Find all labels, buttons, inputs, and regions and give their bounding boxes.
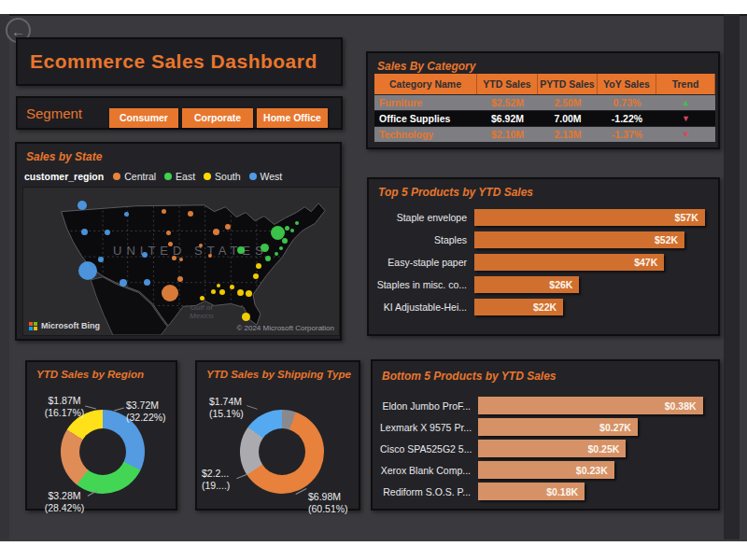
shipping-donut-title: YTD Sales by Shipping Type [206, 369, 351, 380]
map-bubble[interactable] [172, 256, 176, 260]
page-title: Ecommerce Sales Dashboard [18, 39, 341, 73]
bar-value-label: $0.27K [599, 422, 631, 433]
bar[interactable]: $0.27K [478, 418, 638, 436]
map-bubble[interactable] [168, 242, 173, 246]
map-bubble[interactable] [78, 201, 87, 210]
segment-button-consumer[interactable]: Consumer [109, 108, 178, 128]
map-bubble[interactable] [166, 231, 171, 235]
legend-item-central[interactable]: Central [113, 171, 156, 182]
map-bubble[interactable] [256, 263, 261, 269]
map-bubble[interactable] [225, 224, 231, 230]
map-bubble[interactable] [179, 258, 183, 261]
map-bubble[interactable] [78, 261, 97, 280]
bar[interactable]: $26K [474, 276, 579, 293]
legend-dot-icon [113, 173, 120, 180]
map-bubble[interactable] [246, 290, 252, 297]
map-bubble[interactable] [208, 254, 212, 258]
map-attribution: © 2024 Microsoft Corporation [236, 324, 334, 332]
map-bubble[interactable] [230, 285, 234, 289]
region-label-west: $3.72M(32.22%) [126, 399, 176, 424]
segment-button-corporate[interactable]: Corporate [182, 108, 253, 128]
bing-label: Microsoft Bing [41, 321, 100, 330]
map-bubble[interactable] [237, 246, 245, 254]
map-bubble[interactable] [265, 256, 271, 261]
table-row[interactable]: Technology$2.10M2.13M-1.37%▼ [374, 127, 715, 142]
map-bubble[interactable] [237, 289, 244, 296]
map-bubble[interactable] [253, 273, 259, 279]
legend-dot-icon [249, 173, 257, 180]
bing-logo: Microsoft Bing [29, 321, 100, 330]
segment-button-home-office[interactable]: Home Office [257, 108, 328, 128]
table-row[interactable]: Furniture$2.52M2.50M0.73%▲ [374, 95, 715, 110]
bar[interactable]: $0.18K [478, 483, 585, 500]
bar[interactable]: $57K [474, 209, 705, 226]
region-donut-title: YTD Sales by Region [36, 369, 144, 380]
map-bubble[interactable] [177, 276, 183, 282]
top5-title: Top 5 Products by YTD Sales [378, 186, 533, 199]
bar-value-label: $52K [655, 234, 678, 245]
map-bubble[interactable] [211, 289, 216, 294]
legend-item-south[interactable]: South [204, 171, 240, 182]
bar-category-label: Easy-staple paper [376, 257, 474, 268]
bar[interactable]: $0.38K [478, 397, 703, 414]
map-bubble[interactable] [282, 238, 288, 244]
map-bubble[interactable] [295, 221, 299, 225]
map-bubble[interactable] [188, 211, 193, 217]
map-bubble[interactable] [279, 246, 283, 250]
bar-row: Staple envelope$57K [376, 209, 709, 226]
map-bubble[interactable] [120, 279, 127, 287]
shipping-donut-chart[interactable] [240, 410, 324, 494]
segment-label: Segment [26, 105, 82, 121]
map-bubble[interactable] [124, 212, 129, 217]
category-table: Category Name YTD Sales PYTD Sales YoY S… [374, 74, 715, 142]
map-bubble[interactable] [162, 285, 178, 301]
bar-row: Xerox Blank Comp...$0.23K [380, 461, 709, 479]
map-bubble[interactable] [200, 296, 204, 301]
map-bubble[interactable] [199, 244, 203, 247]
legend-item-west[interactable]: West [249, 171, 283, 182]
table-row[interactable]: Office Supplies$6.92M7.00M-1.22%▼ [374, 111, 715, 126]
top5-bars: Staple envelope$57KStaples$52KEasy-stapl… [376, 209, 709, 321]
bar[interactable]: $22K [474, 299, 563, 315]
map-canvas[interactable]: UNITED STATES Gulf of Mexico © 2024 Micr… [22, 187, 340, 336]
map-bubble[interactable] [290, 229, 294, 232]
bar[interactable]: $0.23K [478, 461, 614, 479]
bar-value-label: $22K [533, 301, 557, 313]
map-bubble[interactable] [217, 284, 220, 287]
map-bubble[interactable] [275, 252, 278, 256]
bar-value-label: $47K [634, 257, 657, 268]
bar[interactable]: $47K [474, 254, 664, 271]
microsoft-logo-icon [29, 322, 37, 330]
ytd-sales-by-region-panel: YTD Sales by Region $1.87M(16.17%) $3.72… [25, 360, 177, 511]
bar-row: KI Adjustable-Hei...$22K [376, 299, 709, 315]
map-bubble[interactable] [261, 244, 269, 252]
map-bubble[interactable] [105, 230, 110, 235]
col-category-name: Category Name [374, 74, 477, 94]
map-bubble[interactable] [271, 226, 285, 240]
dashboard: ← Ecommerce Sales Dashboard Segment Cons… [0, 0, 747, 560]
col-trend: Trend [656, 74, 715, 94]
map-bubble[interactable] [98, 257, 104, 262]
legend-item-east[interactable]: East [164, 171, 195, 182]
map-bubble[interactable] [285, 226, 289, 231]
map-bubble[interactable] [219, 289, 225, 295]
map-bubble[interactable] [144, 279, 150, 286]
bottom5-products-panel: Bottom 5 Products by YTD Sales Eldon Jum… [371, 359, 720, 511]
col-ytd-sales: YTD Sales [477, 74, 538, 94]
bar-track: $57K [474, 209, 709, 226]
bar[interactable]: $52K [474, 231, 684, 248]
map-bubble[interactable] [142, 252, 148, 258]
shipping-label-blue: $1.74M(15.1%) [209, 396, 258, 420]
bar[interactable]: $0.25K [478, 440, 626, 457]
bar-category-label: Eldon Jumbo ProF... [380, 400, 478, 412]
map-bubble[interactable] [242, 313, 250, 321]
category-table-body: Furniture$2.52M2.50M0.73%▲Office Supplie… [374, 95, 715, 142]
map-bubble[interactable] [213, 229, 219, 235]
right-edge-band [724, 14, 740, 539]
bar-category-label: Xerox Blank Comp... [380, 465, 478, 476]
map-bubble[interactable] [81, 229, 88, 235]
region-label-east: $3.28M(28.42%) [38, 490, 91, 514]
map-bubble[interactable] [162, 209, 166, 214]
bar-row: Easy-staple paper$47K [376, 254, 709, 271]
bar-track: $0.38K [478, 397, 709, 414]
